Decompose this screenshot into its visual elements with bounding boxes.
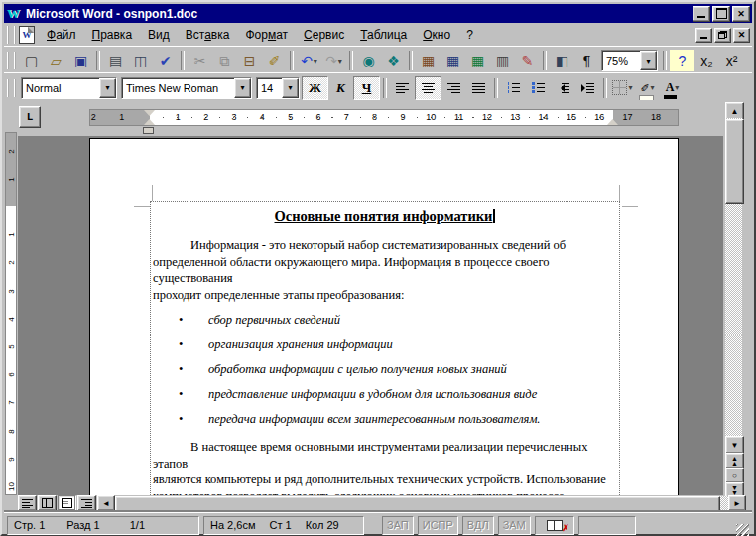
document-close-button[interactable]: ✕ — [733, 28, 750, 43]
status-toggle-overtype[interactable]: ЗАМ — [498, 516, 531, 535]
decrease-indent-button[interactable] — [551, 77, 575, 99]
scroll-left-button[interactable]: ◄ — [97, 495, 115, 511]
chevron-down-icon[interactable]: ▾ — [234, 78, 251, 98]
bullet-item[interactable]: •сбор первичных сведений — [179, 313, 617, 328]
align-center-button[interactable] — [415, 76, 441, 100]
bold-button[interactable]: Ж — [302, 76, 328, 100]
spelling-button[interactable]: ✔ — [153, 50, 178, 71]
dropdown-arrow-icon[interactable]: ▾ — [314, 57, 317, 66]
status-toggle-record[interactable]: ЗАП — [382, 516, 414, 535]
bullet-item[interactable]: •обработка информации с целью получения … — [179, 362, 617, 377]
paragraph-2[interactable]: В настоящее время основными инструментам… — [153, 439, 617, 495]
scroll-right-button[interactable]: ► — [728, 495, 746, 511]
paste-button[interactable]: ⊟ — [237, 50, 262, 71]
document-map-button[interactable]: ◧ — [550, 50, 574, 71]
columns-button[interactable]: ▥ — [490, 50, 515, 71]
chevron-down-icon[interactable]: ▾ — [99, 78, 116, 98]
chevron-down-icon[interactable]: ▾ — [640, 51, 657, 70]
format-painter-button[interactable]: ✐ — [262, 50, 287, 71]
menu-help[interactable]: ? — [458, 26, 481, 45]
open-button[interactable]: ▱ — [44, 50, 68, 71]
dropdown-arrow-icon[interactable]: ▾ — [628, 83, 632, 92]
tables-and-borders-button[interactable]: ▦ — [416, 50, 441, 71]
underline-button[interactable]: Ч — [353, 76, 380, 100]
italic-button[interactable]: К — [328, 77, 353, 99]
print-button[interactable]: ▤ — [103, 50, 128, 71]
print-preview-button[interactable]: ◫ — [128, 50, 153, 71]
drawing-button[interactable]: ✎ — [515, 50, 540, 71]
undo-button[interactable]: ↶▾ — [297, 50, 321, 71]
horizontal-scroll-thumb[interactable] — [115, 496, 720, 512]
vertical-scroll-thumb[interactable] — [725, 119, 744, 204]
font-combobox[interactable]: Times New Roman ▾ — [121, 77, 252, 99]
insert-table-button[interactable]: ▦ — [441, 50, 465, 71]
font-size-combobox[interactable]: 14 ▾ — [256, 77, 300, 99]
cut-button[interactable]: ✂ — [188, 50, 212, 71]
document-icon[interactable]: W — [19, 26, 35, 44]
new-document-button[interactable]: ▢ — [19, 50, 44, 71]
toolbar-drag-handle[interactable] — [7, 52, 16, 69]
horizontal-ruler[interactable]: 21123456789101112131415161718 — [89, 109, 679, 126]
help-button[interactable]: ? — [670, 50, 694, 71]
text-boundary[interactable]: Основные понятия информатики Информация … — [150, 201, 620, 495]
toolbar-drag-handle[interactable] — [7, 79, 16, 97]
document-minimize-button[interactable] — [695, 28, 712, 43]
bullets-button[interactable] — [526, 77, 551, 99]
menu-edit[interactable]: Правка — [84, 26, 141, 45]
maximize-button[interactable] — [712, 6, 730, 22]
online-layout-view-button[interactable] — [38, 495, 57, 511]
dropdown-arrow-icon[interactable]: ▾ — [675, 83, 679, 92]
horizontal-scroll-track[interactable] — [115, 496, 728, 510]
previous-page-button[interactable]: ▲▲ — [725, 453, 744, 469]
align-right-button[interactable] — [441, 77, 466, 99]
document-area[interactable]: Основные понятия информатики Информация … — [18, 136, 723, 495]
insert-hyperlink-button[interactable]: ◉ — [356, 50, 381, 71]
word-app-icon[interactable]: W — [7, 6, 23, 21]
resize-grip[interactable] — [736, 524, 749, 536]
menu-format[interactable]: Формат — [237, 26, 296, 45]
dropdown-arrow-icon[interactable]: ▾ — [651, 83, 655, 92]
bullet-item[interactable]: •организация хранения информации — [179, 337, 617, 352]
style-combobox[interactable]: Normal ▾ — [21, 77, 117, 99]
status-toggle-extend[interactable]: ВДЛ — [462, 516, 494, 535]
show-hide-button[interactable]: ¶ — [574, 50, 599, 71]
left-indent-marker[interactable] — [143, 127, 154, 134]
menu-drag-handle[interactable] — [7, 26, 16, 44]
align-left-button[interactable] — [390, 77, 415, 99]
numbering-button[interactable] — [501, 77, 526, 99]
vertical-scrollbar[interactable]: ▲ ▼ ▲▲ ○ ▼▼ — [725, 102, 743, 495]
bullet-item[interactable]: •представление информации в удобном для … — [179, 387, 617, 402]
select-browse-object-button[interactable]: ○ — [725, 468, 744, 483]
menu-table[interactable]: Таблица — [352, 26, 415, 45]
scroll-down-button[interactable]: ▼ — [725, 436, 744, 454]
title-bar[interactable]: W Microsoft Word - osnpon1.doc ✕ — [4, 4, 752, 23]
zoom-combobox[interactable]: 75% ▾ — [601, 50, 658, 71]
spellcheck-status-panel[interactable]: ✗ — [535, 516, 574, 535]
justify-button[interactable] — [466, 77, 491, 99]
document-restore-button[interactable] — [714, 28, 731, 43]
superscript-button[interactable]: x² — [719, 50, 744, 71]
outline-view-button[interactable] — [77, 495, 96, 511]
redo-button[interactable]: ↷▾ — [321, 50, 346, 71]
page-layout-view-button[interactable] — [58, 495, 76, 511]
document-title[interactable]: Основные понятия информатики — [153, 208, 617, 225]
save-button[interactable]: ▣ — [68, 50, 93, 71]
highlight-button[interactable]: ✐▾ — [635, 77, 660, 99]
status-toggle-revisions[interactable]: ИСПР — [418, 516, 458, 535]
close-button[interactable]: ✕ — [732, 6, 750, 22]
bullet-list[interactable]: •сбор первичных сведений•организация хра… — [153, 313, 617, 427]
menu-insert[interactable]: Вставка — [178, 26, 238, 45]
menu-file[interactable]: Файл — [39, 26, 84, 45]
insert-excel-button[interactable]: ▦ — [465, 50, 490, 71]
copy-button[interactable]: ⧉ — [212, 50, 237, 71]
menu-tools[interactable]: Сервис — [296, 26, 352, 45]
subscript-button[interactable]: x₂ — [694, 50, 719, 71]
tab-alignment-selector[interactable]: L — [19, 106, 41, 128]
vertical-ruler[interactable]: 2112345678910 — [5, 132, 17, 495]
minimize-button[interactable] — [693, 6, 710, 22]
bullet-item[interactable]: •передача информации всем заинтересованн… — [179, 412, 617, 427]
font-color-button[interactable]: А▾ — [660, 77, 685, 99]
borders-button[interactable]: ▾ — [610, 77, 635, 99]
menu-view[interactable]: Вид — [140, 26, 178, 45]
menu-window[interactable]: Окно — [415, 26, 458, 45]
